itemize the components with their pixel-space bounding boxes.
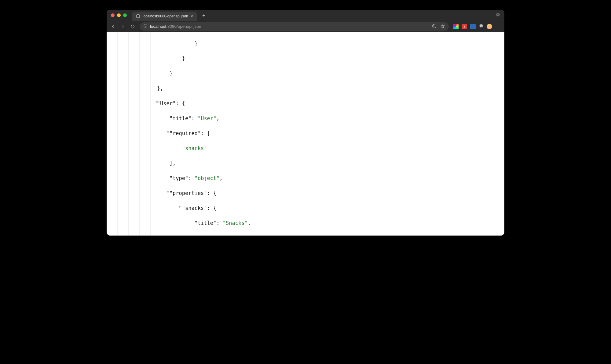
tab-title: localhost:8080/openapi.json [143, 14, 188, 18]
json-line: "title": "User", [119, 115, 504, 122]
site-info-icon[interactable] [143, 24, 148, 29]
collapse-caret-icon[interactable] [155, 101, 159, 103]
json-key: "User" [157, 100, 176, 106]
svg-point-1 [496, 13, 500, 16]
json-viewer[interactable]: } } } }, "User": { "title": "User", "req… [107, 32, 504, 236]
json-line: "type": "object", [119, 175, 504, 182]
back-button[interactable] [110, 24, 116, 29]
json-line[interactable]: "snacks": { [119, 204, 504, 212]
browser-window: localhost:8080/openapi.json × + localhos… [107, 10, 504, 236]
json-line: "title": "Snacks", [119, 219, 504, 227]
browser-menu-button[interactable]: ⋮ [495, 24, 501, 29]
json-key: "type" [170, 175, 188, 181]
json-line[interactable]: "properties": { [119, 189, 504, 197]
globe-icon [136, 14, 140, 18]
collapse-caret-icon[interactable] [166, 191, 170, 193]
json-line[interactable]: "required": [ [119, 130, 504, 137]
extensions-area: 2 ⋮ [453, 23, 501, 30]
url-path: /openapi.json [177, 24, 201, 29]
json-string: "snacks" [182, 145, 207, 151]
chevron-down-icon[interactable] [496, 13, 500, 18]
json-key: "required" [170, 130, 201, 136]
titlebar: localhost:8080/openapi.json × + [107, 10, 504, 21]
minimize-window-button[interactable] [117, 13, 121, 17]
extensions-button[interactable] [479, 23, 484, 30]
forward-button[interactable] [120, 24, 126, 29]
extension-icon[interactable] [453, 24, 459, 29]
json-line: } [119, 55, 504, 63]
url-host: localhost [150, 24, 166, 29]
json-line: } [119, 70, 504, 77]
json-line: ], [119, 160, 504, 167]
json-key: "snacks" [182, 205, 207, 211]
extension-icon[interactable]: 2 [462, 24, 467, 29]
url-text: localhost:8080/openapi.json [150, 24, 201, 29]
json-key: "type" [195, 235, 213, 236]
window-controls [111, 13, 127, 17]
json-key: "properties" [170, 190, 207, 196]
toolbar: localhost:8080/openapi.json 2 ⋮ [107, 21, 504, 32]
close-window-button[interactable] [111, 13, 115, 17]
url-port: :8080 [166, 24, 177, 29]
json-line: }, [119, 85, 504, 92]
bookmark-icon[interactable] [441, 24, 445, 29]
collapse-caret-icon[interactable] [166, 131, 170, 133]
close-tab-button[interactable]: × [191, 14, 193, 18]
json-line[interactable]: "User": { [119, 100, 504, 107]
json-key: "title" [195, 220, 217, 226]
extension-badge: 2 [463, 25, 465, 28]
profile-avatar[interactable] [487, 24, 492, 29]
reload-button[interactable] [130, 24, 135, 29]
maximize-window-button[interactable] [123, 13, 127, 17]
browser-tab[interactable]: localhost:8080/openapi.json × [132, 12, 197, 21]
address-bar[interactable]: localhost:8080/openapi.json [140, 22, 449, 31]
json-line: } [119, 40, 504, 48]
zoom-icon[interactable] [432, 24, 436, 29]
json-line: "snacks" [119, 145, 504, 152]
json-string: "array" [220, 235, 242, 236]
json-string: "Snacks" [223, 220, 248, 226]
new-tab-button[interactable]: + [202, 13, 206, 19]
collapse-caret-icon[interactable] [178, 206, 181, 208]
json-key: "title" [170, 115, 192, 121]
json-string: "User" [198, 115, 216, 121]
json-line: "type": "array", [119, 234, 504, 236]
json-string: "object" [195, 175, 220, 181]
json-tree: } } } }, "User": { "title": "User", "req… [107, 32, 504, 236]
extension-icon[interactable] [470, 24, 476, 29]
